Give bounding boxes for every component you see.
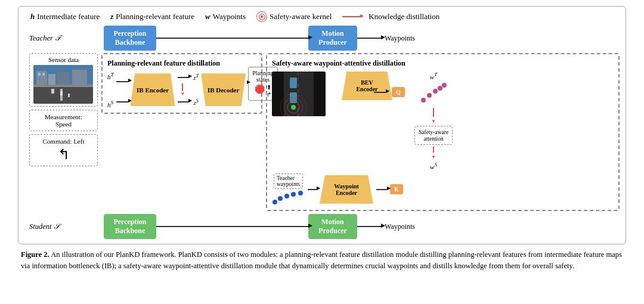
bev-encoder-label: BEV Encoder (356, 79, 377, 92)
z-text: Planning-relevant feature (116, 12, 194, 21)
svg-point-30 (298, 191, 303, 196)
measurement-label: Measurement: Speed (45, 113, 82, 128)
waypoint-encoder-label: Waypoint Encoder (334, 183, 359, 196)
wT-label: wT (430, 72, 437, 80)
svg-rect-2 (38, 73, 41, 76)
hS-label: hS (107, 100, 113, 108)
w-text: Waypoints (213, 12, 246, 21)
svg-point-28 (284, 194, 289, 198)
planning-title: Planning-relevant feature distillation (107, 59, 256, 68)
safety-kernel-icon (256, 11, 267, 22)
planning-section: Planning-relevant feature distillation h… (101, 53, 262, 114)
figure-label: Figure 2. (21, 250, 49, 259)
svg-point-17 (291, 105, 296, 110)
legend-distill: Knowledge distillation (342, 12, 439, 21)
waypoint-encoder: Waypoint Encoder (320, 175, 373, 204)
motion-producer-label: Motion Producer (318, 29, 347, 46)
teacher-waypoints-label: Teacherwaypoints (274, 173, 303, 189)
zT-label: zT (194, 73, 199, 81)
figure-caption: Figure 2. An illustration of our PlanKD … (18, 249, 626, 272)
teacher-waypoints-box: Teacherwaypoints (272, 173, 305, 205)
page: h Intermediate feature z Planning-releva… (0, 0, 644, 278)
tw-to-we-arrow: ▶ (308, 189, 317, 190)
zS-label: zS (194, 98, 199, 106)
svg-point-29 (291, 192, 296, 197)
svg-rect-8 (51, 89, 54, 94)
student-waypoints: Waypoints (381, 220, 419, 234)
wT-dots (417, 82, 450, 106)
sensor-data-label: Sensor data (33, 56, 94, 63)
svg-point-27 (278, 196, 283, 201)
bev-image (272, 72, 326, 116)
svg-point-25 (442, 83, 447, 88)
ib-encoder: IB Encoder (131, 73, 175, 106)
svg-rect-11 (33, 85, 93, 87)
waypoint-area: Teacherwaypoints (272, 173, 614, 205)
ib-decoder-label: IB Decoder (208, 86, 239, 94)
svg-rect-15 (290, 77, 297, 88)
blue-dots (272, 190, 305, 205)
bev-encoder: BEV Encoder (342, 72, 392, 100)
sensor-image (33, 65, 93, 104)
distill-text: Knowledge distillation (369, 12, 439, 21)
student-motion-producer: Motion Producer (308, 214, 357, 239)
teacher-motion-producer: Motion Producer (308, 26, 357, 51)
teacher-to-motion-arrow: ▶ (156, 38, 308, 39)
safety-attn-down-arrow (433, 147, 434, 153)
svg-rect-10 (68, 94, 70, 97)
teacher-waypoints: Waypoints (381, 32, 419, 45)
h-symbol: h (30, 12, 35, 21)
command-label: Command: Left (43, 138, 85, 145)
hS-sup: S (111, 100, 114, 106)
teacher-text: Teacher 𝒯 (29, 34, 60, 42)
command-box: Command: Left ↰ (29, 134, 98, 166)
sensor-data-box: Sensor data (29, 53, 98, 107)
caption-text: An illustration of our PlanKD framework.… (21, 250, 622, 270)
kernel-text: Safety-aware kernel (270, 12, 332, 21)
student-to-motion-arrow: ▶ (156, 226, 308, 227)
input-panel: Sensor data (29, 53, 98, 166)
student-perception-backbone-label: Perception Backbone (113, 218, 146, 235)
teacher-perception-backbone: Perception Backbone (104, 26, 156, 51)
distill-arrow-icon (342, 16, 360, 17)
measurement-box: Measurement: Speed (29, 110, 98, 131)
main-diagram: h Intermediate feature z Planning-releva… (18, 6, 626, 244)
bev-image-container (272, 72, 326, 116)
h-text: Intermediate feature (37, 12, 100, 21)
hT-label: hT (107, 72, 114, 80)
hT-sup: T (111, 72, 114, 77)
student-perception-backbone: Perception Backbone (104, 214, 156, 239)
stop-icon: 🛑 (255, 84, 265, 98)
ib-decoder: IB Decoder (201, 73, 246, 106)
perception-backbone-label: Perception Backbone (113, 29, 146, 46)
w-symbol: w (205, 12, 210, 21)
student-motion-producer-label: Motion Producer (318, 218, 347, 235)
student-label: Student 𝒮 (29, 222, 104, 231)
motion-to-waypoints-arrow: ▶ (357, 38, 381, 39)
wT-down-arrow (433, 108, 434, 117)
safety-section: Safety-aware waypoint-attentive distilla… (266, 53, 620, 211)
svg-rect-3 (42, 73, 45, 76)
svg-point-23 (433, 89, 438, 94)
student-text: Student 𝒮 (29, 222, 59, 231)
svg-point-21 (421, 98, 426, 103)
legend-z: z Planning-relevant feature (110, 12, 194, 21)
q-box: Q (392, 87, 405, 97)
teacher-label: Teacher 𝒯 (29, 34, 104, 43)
legend-kernel: Safety-aware kernel (256, 11, 332, 22)
svg-rect-9 (60, 91, 63, 95)
legend: h Intermediate feature z Planning-releva… (24, 11, 620, 22)
safety-attention-box: Safety-aware attention (414, 126, 453, 145)
safety-attention-label: Safety-aware attention (419, 129, 448, 142)
student-motion-to-waypoints-arrow: ▶ (357, 226, 381, 227)
bev-encoder-area: BEV Encoder ▶ Q (329, 72, 405, 97)
legend-w: w Waypoints (205, 12, 246, 21)
safety-title: Safety-aware waypoint-attentive distilla… (272, 59, 614, 68)
k-box: K (390, 184, 403, 194)
wT-area: wT ▼ (414, 72, 453, 170)
z-symbol: z (110, 12, 113, 21)
svg-rect-7 (33, 86, 93, 104)
we-to-k-arrow: ▶ (376, 189, 387, 190)
svg-point-24 (438, 86, 442, 91)
svg-point-22 (427, 93, 432, 98)
